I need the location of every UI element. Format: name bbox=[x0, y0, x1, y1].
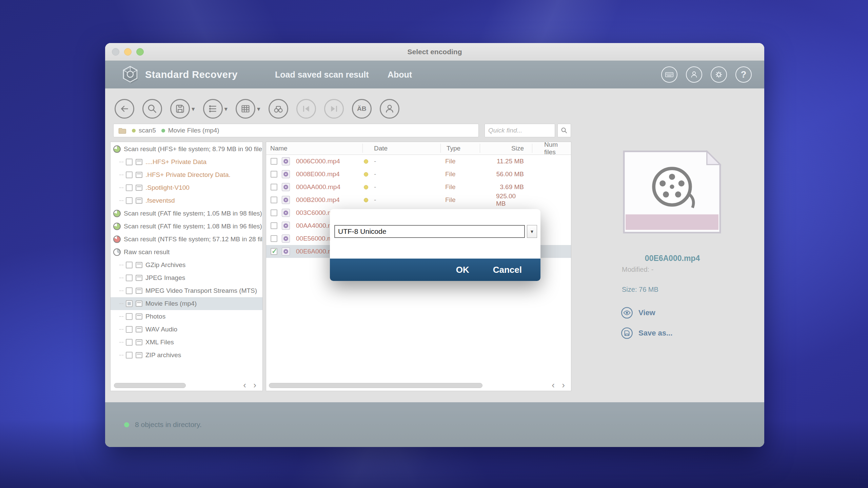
encoding-combobox[interactable]: UTF-8 Unicode bbox=[334, 225, 525, 238]
encoding-dropdown-button[interactable]: ▼ bbox=[527, 225, 537, 238]
dialog-footer: OK Cancel bbox=[330, 259, 540, 281]
ok-button[interactable]: OK bbox=[456, 265, 469, 275]
select-encoding-dialog: UTF-8 Unicode ▼ OK Cancel bbox=[330, 209, 540, 281]
app-window: Select encoding Standard Recovery Load s… bbox=[105, 43, 764, 447]
cancel-button[interactable]: Cancel bbox=[493, 265, 522, 275]
